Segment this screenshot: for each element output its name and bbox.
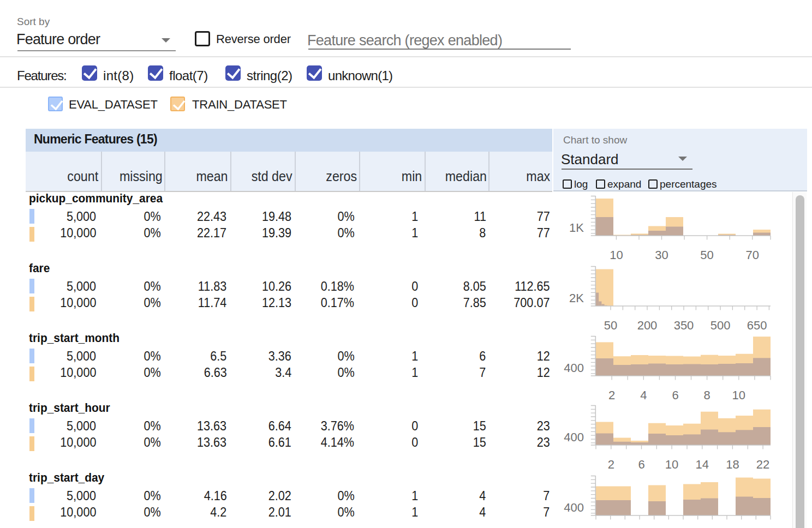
svg-text:10: 10 xyxy=(732,388,745,401)
svg-text:70: 70 xyxy=(746,248,759,261)
svg-text:400: 400 xyxy=(564,361,584,375)
svg-text:500: 500 xyxy=(710,318,731,331)
svg-text:350: 350 xyxy=(674,318,694,331)
svg-text:2K: 2K xyxy=(569,291,584,304)
svg-text:8: 8 xyxy=(703,388,710,401)
svg-text:30: 30 xyxy=(655,248,668,261)
svg-text:22: 22 xyxy=(756,458,769,471)
svg-text:400: 400 xyxy=(564,500,584,514)
svg-text:10: 10 xyxy=(610,248,623,261)
svg-text:400: 400 xyxy=(564,430,584,444)
svg-text:1K: 1K xyxy=(569,221,584,235)
svg-text:200: 200 xyxy=(637,318,658,331)
svg-text:2: 2 xyxy=(608,388,615,401)
svg-text:4: 4 xyxy=(640,388,647,401)
svg-text:50: 50 xyxy=(700,248,713,261)
svg-text:18: 18 xyxy=(726,458,739,471)
svg-text:650: 650 xyxy=(747,318,767,331)
svg-text:6: 6 xyxy=(672,388,678,401)
svg-text:6: 6 xyxy=(638,458,644,471)
svg-text:10: 10 xyxy=(665,458,678,471)
svg-text:50: 50 xyxy=(604,318,617,331)
svg-text:14: 14 xyxy=(696,458,709,471)
svg-text:2: 2 xyxy=(608,458,614,471)
